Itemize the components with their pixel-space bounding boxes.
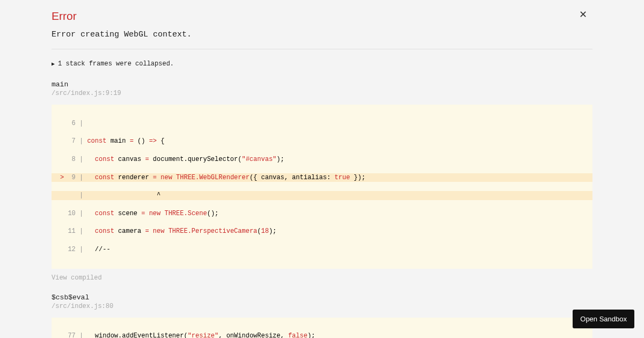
code-line: 8 | const canvas = document.querySelecto… — [52, 155, 592, 164]
stack-frame-name: $csb$eval — [52, 293, 592, 302]
divider — [52, 49, 592, 49]
code-line: 10 | const scene = new THREE.Scene(); — [52, 209, 592, 218]
error-title: Error — [52, 10, 592, 23]
open-sandbox-button[interactable]: Open Sandbox — [573, 310, 634, 328]
view-compiled-link[interactable]: View compiled — [52, 274, 592, 282]
collapsed-frames-toggle-1[interactable]: ▶ 1 stack frames were collapsed. — [52, 60, 592, 68]
code-block-2: 77 | window.addEventListener("resize", o… — [52, 318, 592, 338]
code-line: 11 | const camera = new THREE.Perspectiv… — [52, 227, 592, 236]
close-icon[interactable]: ✕ — [579, 9, 587, 20]
stack-frame-location: /src/index.js:9:19 — [52, 90, 592, 97]
code-line-highlight: > 9 | const renderer = new THREE.WebGLRe… — [52, 173, 592, 182]
code-line: 77 | window.addEventListener("resize", o… — [52, 332, 592, 338]
code-line-pointer: | ^ — [52, 191, 592, 200]
stack-frame-name: main — [52, 80, 592, 89]
stack-frame-location: /src/index.js:80 — [52, 303, 592, 310]
code-block-1: 6 | 7 | const main = () => { 8 | const c… — [52, 105, 592, 269]
code-line: 6 | — [52, 119, 592, 128]
code-line: 12 | //-- — [52, 245, 592, 254]
error-message: Error creating WebGL context. — [52, 30, 592, 39]
code-line: 7 | const main = () => { — [52, 137, 592, 146]
collapsed-frames-text: 1 stack frames were collapsed. — [58, 60, 174, 68]
triangle-right-icon: ▶ — [52, 61, 55, 67]
